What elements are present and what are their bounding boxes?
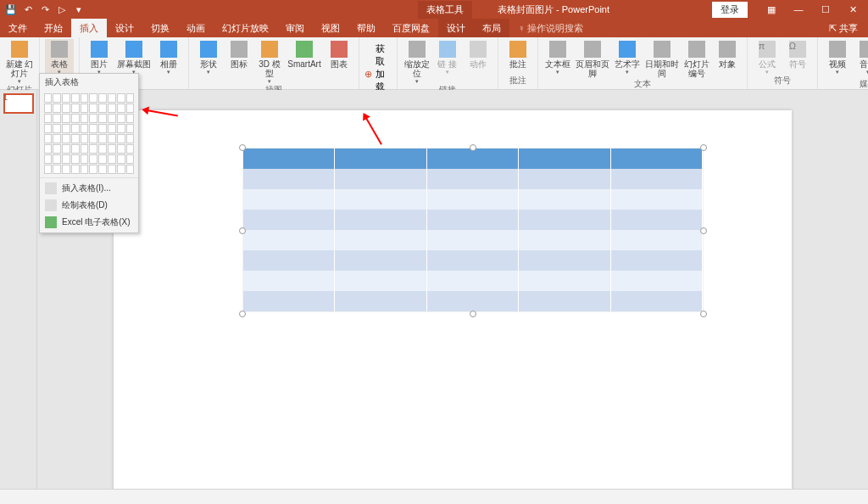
equation-button[interactable]: π公式▾ [753,39,782,75]
table-cell[interactable] [335,230,426,250]
table-cell[interactable] [243,169,335,189]
tab-view[interactable]: 视图 [313,19,348,37]
table-size-grid[interactable] [40,91,138,176]
table-cell[interactable] [519,291,610,311]
grid-cell[interactable] [62,124,70,133]
grid-cell[interactable] [71,104,80,113]
table-cell[interactable] [427,271,519,291]
table-cell[interactable] [611,189,703,210]
grid-cell[interactable] [71,134,80,143]
grid-cell[interactable] [117,124,125,133]
undo-icon[interactable]: ↶ [22,3,34,15]
zoom-button[interactable]: 缩放定 位▾ [403,39,431,84]
table-cell[interactable] [519,169,610,189]
action-button[interactable]: 动作 [464,39,492,69]
table-row[interactable] [243,291,703,311]
3d-models-button[interactable]: 3D 模型▾ [255,39,284,84]
grid-cell[interactable] [81,104,89,113]
display-options-icon[interactable]: ▦ [760,1,783,18]
table-row[interactable] [243,271,703,291]
selection-handle[interactable] [700,144,707,151]
table-row[interactable] [243,210,703,230]
tab-slideshow[interactable]: 幻灯片放映 [214,19,277,37]
grid-cell[interactable] [108,165,116,174]
grid-cell[interactable] [62,93,70,103]
grid-cell[interactable] [53,93,61,103]
chart-button[interactable]: 图表 [325,39,353,69]
tab-design[interactable]: 设计 [107,19,142,37]
grid-cell[interactable] [126,124,135,133]
new-slide-button[interactable]: 新建 幻灯片▾ [5,39,34,84]
tab-table-layout[interactable]: 布局 [474,19,509,37]
grid-cell[interactable] [71,165,80,174]
shapes-button[interactable]: 形状▾ [194,39,223,75]
selection-handle[interactable] [470,144,476,151]
tab-file[interactable]: 文件 [0,19,36,37]
grid-cell[interactable] [117,165,125,174]
slide-canvas[interactable] [114,110,792,492]
table-cell[interactable] [243,210,335,230]
qat-more-icon[interactable]: ▾ [73,3,85,15]
table-cell[interactable] [243,291,335,311]
close-icon[interactable]: ✕ [841,1,865,18]
grid-cell[interactable] [53,154,61,164]
grid-cell[interactable] [44,134,53,143]
icons-button[interactable]: 图标 [225,39,253,69]
grid-cell[interactable] [71,114,80,123]
grid-cell[interactable] [44,93,53,103]
grid-cell[interactable] [89,144,97,154]
tab-transitions[interactable]: 切换 [142,19,178,37]
grid-cell[interactable] [89,124,97,133]
table-row[interactable] [243,169,703,189]
selection-handle[interactable] [239,311,246,317]
table-cell[interactable] [335,210,426,230]
album-button[interactable]: 相册▾ [154,39,183,75]
grid-cell[interactable] [81,144,89,154]
grid-cell[interactable] [89,93,97,103]
tab-help[interactable]: 帮助 [348,19,384,37]
grid-cell[interactable] [71,154,80,164]
table-cell[interactable] [335,148,426,169]
screenshot-button[interactable]: 屏幕截图▾ [115,39,153,75]
grid-cell[interactable] [117,104,125,113]
grid-cell[interactable] [81,124,89,133]
grid-cell[interactable] [62,134,70,143]
grid-cell[interactable] [98,93,107,103]
table-cell[interactable] [335,250,426,271]
table-cell[interactable] [427,230,519,250]
tab-home[interactable]: 开始 [36,19,71,37]
tab-baidu[interactable]: 百度网盘 [384,19,438,37]
grid-cell[interactable] [53,104,61,113]
grid-cell[interactable] [117,114,125,123]
grid-cell[interactable] [98,154,107,164]
login-button[interactable]: 登录 [712,2,748,18]
table-cell[interactable] [611,169,703,189]
excel-table-item[interactable]: Excel 电子表格(X) [40,214,138,231]
selection-handle[interactable] [700,227,707,234]
grid-cell[interactable] [98,114,107,123]
table-cell[interactable] [519,148,610,169]
grid-cell[interactable] [62,165,70,174]
grid-cell[interactable] [71,93,80,103]
grid-cell[interactable] [117,154,125,164]
selection-handle[interactable] [239,227,246,234]
grid-cell[interactable] [117,134,125,143]
table-cell[interactable] [519,250,610,271]
grid-cell[interactable] [108,124,116,133]
tab-table-design[interactable]: 设计 [438,19,474,37]
table-cell[interactable] [243,271,335,291]
share-button[interactable]: ⇱ 共享 [819,19,868,37]
table-cell[interactable] [611,210,703,230]
table-row[interactable] [243,230,703,250]
table-cell[interactable] [611,291,703,311]
date-time-button[interactable]: 日期和时间 [643,39,681,78]
wordart-button[interactable]: 艺术字▾ [613,39,642,75]
pictures-button[interactable]: 图片▾ [85,39,114,75]
table-cell[interactable] [611,250,703,271]
table-cell[interactable] [519,271,610,291]
grid-cell[interactable] [126,93,135,103]
grid-cell[interactable] [81,114,89,123]
table-cell[interactable] [611,230,703,250]
grid-cell[interactable] [98,144,107,154]
grid-cell[interactable] [108,104,116,113]
